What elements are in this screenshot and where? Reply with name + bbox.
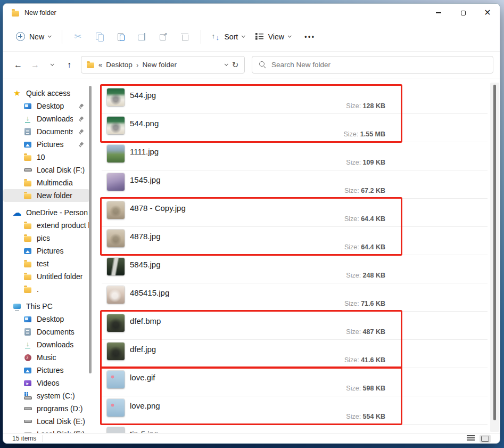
file-row-1545-jpg[interactable]: 1545.jpgSize: 67.2 KB: [102, 170, 488, 199]
file-row-4878-jpg[interactable]: 4878.jpgSize: 64.4 KB: [102, 227, 488, 255]
sidebar-item-downloads[interactable]: Downloads: [3, 112, 89, 125]
file-group: 1111.jpgSize: 109 KB: [102, 142, 488, 170]
sidebar-item-pics[interactable]: pics: [3, 232, 89, 245]
file-row-dfef-jpg[interactable]: dfef.jpgSize: 41.6 KB: [102, 340, 488, 368]
sidebar-item-label: Documents: [37, 127, 73, 136]
new-button[interactable]: New: [11, 28, 56, 45]
sidebar-item-pictures[interactable]: Pictures: [3, 138, 89, 151]
sidebar-item-label: pics: [37, 234, 50, 242]
folder-icon: [23, 272, 32, 281]
file-row-4878-copy-jpg[interactable]: 4878 - Copy.jpgSize: 64.4 KB: [102, 199, 488, 227]
sidebar-item-music[interactable]: Music: [3, 351, 89, 364]
file-thumbnail: [107, 286, 125, 304]
duplicate-group: 544.jpgSize: 128 KB544.pngSize: 1.55 MB: [102, 86, 488, 142]
back-button[interactable]: ←: [10, 56, 27, 74]
file-row-dfef-bmp[interactable]: dfef.bmpSize: 487 KB: [102, 312, 488, 340]
large-thumbnails-view-button[interactable]: [480, 435, 491, 443]
delete-button[interactable]: [174, 28, 195, 45]
file-row-love-png[interactable]: love.pngSize: 554 KB: [102, 396, 488, 425]
file-row-544-png[interactable]: 544.pngSize: 1.55 MB: [102, 114, 488, 142]
sidebar-item-downloads[interactable]: Downloads: [3, 338, 89, 351]
sidebar-section-label: This PC: [26, 302, 53, 311]
file-name: dfef.jpg: [130, 345, 156, 354]
breadcrumb-item-new-folder[interactable]: New folder: [142, 61, 177, 69]
maximize-button[interactable]: [451, 4, 475, 22]
folder-icon: [23, 285, 32, 294]
breadcrumb-overflow[interactable]: «: [98, 61, 102, 69]
chevron-down-icon: [51, 62, 54, 66]
search-input[interactable]: [271, 61, 486, 69]
refresh-icon[interactable]: [231, 61, 239, 69]
sidebar-item-desktop[interactable]: Desktop: [3, 313, 89, 325]
sidebar-item-pictures[interactable]: Pictures: [3, 245, 89, 257]
search-box[interactable]: [252, 56, 493, 74]
file-thumbnail: [107, 145, 125, 162]
share-button[interactable]: [153, 28, 174, 45]
sidebar-item-local-disk-f[interactable]: Local Disk (F:): [3, 164, 89, 176]
view-button-label: View: [268, 32, 284, 41]
sort-button[interactable]: Sort: [206, 28, 250, 45]
cut-button[interactable]: [68, 28, 89, 45]
cut-icon: [74, 32, 82, 41]
sidebar-item-label: extend product li: [37, 221, 89, 230]
sidebar-section-onedrive-person[interactable]: OneDrive - Person: [3, 206, 89, 219]
view-icon: [255, 33, 264, 40]
file-size: Size: 67.2 KB: [344, 187, 385, 194]
navigation-pane: Quick accessDesktopDownloadsDocumentsPic…: [3, 78, 93, 433]
sidebar-item-videos[interactable]: Videos: [3, 377, 89, 389]
scrollbar-thumb[interactable]: [493, 85, 496, 420]
more-options-button[interactable]: [299, 28, 320, 45]
minimize-button[interactable]: [426, 4, 451, 22]
file-name: love.gif: [130, 373, 155, 382]
breadcrumb-item-desktop[interactable]: Desktop: [106, 61, 133, 69]
file-row-1111-jpg[interactable]: 1111.jpgSize: 109 KB: [102, 142, 488, 170]
file-size: Size: 109 KB: [346, 159, 385, 166]
file-row-tip-5-jpg[interactable]: tip-5.jpg: [102, 425, 488, 433]
file-row-544-jpg[interactable]: 544.jpgSize: 128 KB: [102, 86, 488, 114]
sidebar-item-documents[interactable]: Documents: [3, 125, 89, 138]
download-icon: [23, 115, 32, 123]
sidebar-item-10[interactable]: 10: [3, 151, 89, 164]
file-row-love-gif[interactable]: love.gifSize: 598 KB: [102, 368, 488, 396]
file-row-485415-jpg[interactable]: 485415.jpgSize: 71.6 KB: [102, 283, 488, 312]
sidebar-item-untitled-folder[interactable]: Untitled folder: [3, 270, 89, 283]
details-view-button[interactable]: [465, 434, 476, 443]
sidebar-section-quick-access[interactable]: Quick access: [3, 87, 89, 100]
sidebar-item-desktop[interactable]: Desktop: [3, 100, 89, 112]
file-name: tip-5.jpg: [130, 429, 158, 433]
explorer-window: New folder ✕ New Sort View: [3, 3, 500, 444]
breadcrumb[interactable]: « Desktop › New folder: [81, 56, 245, 74]
pictures-icon: [23, 247, 32, 255]
sidebar-section-this-pc[interactable]: This PC: [3, 300, 89, 313]
sidebar-item-local-disk-f[interactable]: Local Disk (F:): [3, 428, 89, 433]
sidebar-item-pictures[interactable]: Pictures: [3, 364, 89, 377]
chevron-down-icon: [242, 34, 245, 37]
sidebar-item-local-disk-e[interactable]: Local Disk (E:): [3, 415, 89, 428]
duplicate-group: love.gifSize: 598 KBlove.pngSize: 554 KB: [102, 368, 488, 425]
sidebar-item-test[interactable]: test: [3, 257, 89, 270]
file-list-scrollbar[interactable]: [490, 83, 499, 432]
sidebar-item-documents[interactable]: Documents: [3, 325, 89, 338]
sidebar-item-multimedia[interactable]: Multimedia: [3, 176, 89, 189]
sidebar-item-extend-product-li[interactable]: extend product li: [3, 219, 89, 232]
copy-button[interactable]: [89, 28, 110, 45]
rename-button[interactable]: [131, 28, 153, 45]
file-row-5845-jpg[interactable]: 5845.jpgSize: 248 KB: [102, 255, 488, 283]
chevron-down-icon[interactable]: [225, 62, 228, 66]
sidebar-item-new-folder[interactable]: New folder: [3, 189, 89, 202]
sysdrive-icon: [23, 392, 32, 400]
forward-button[interactable]: →: [27, 56, 44, 74]
sidebar-item-item[interactable]: .: [3, 283, 89, 296]
up-button[interactable]: ↑: [61, 56, 78, 74]
recent-locations-button[interactable]: [44, 56, 61, 74]
view-button[interactable]: View: [250, 28, 296, 45]
sidebar-item-programs-d[interactable]: programs (D:): [3, 402, 89, 415]
rename-icon: [138, 32, 146, 41]
minimize-icon: [436, 12, 441, 13]
paste-button[interactable]: [110, 28, 131, 45]
sidebar-scrollbar[interactable]: [89, 86, 92, 373]
sidebar-item-system-c[interactable]: system (C:): [3, 389, 89, 402]
close-button[interactable]: ✕: [475, 4, 500, 22]
file-group: 485415.jpgSize: 71.6 KB: [102, 283, 488, 312]
file-group: tip-5.jpg: [102, 425, 488, 433]
